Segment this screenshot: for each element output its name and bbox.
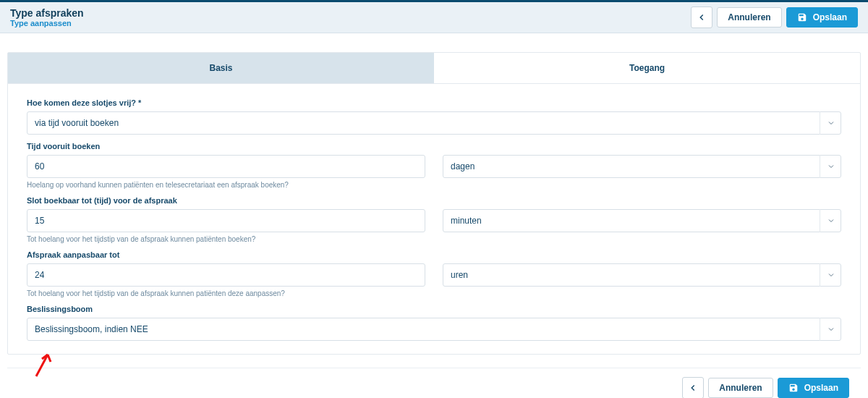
chevron-down-icon xyxy=(820,155,841,178)
cancel-button[interactable]: Annuleren xyxy=(717,7,781,27)
label-advance-booking: Tijd vooruit boeken xyxy=(27,142,841,151)
page-subtitle: Type aanpassen xyxy=(10,19,84,27)
select-decision-tree-value: Beslissingsboom, indien NEE xyxy=(35,324,148,334)
tab-basis[interactable]: Basis xyxy=(8,53,434,83)
cancel-button-label: Annuleren xyxy=(728,12,770,22)
select-book-until-unit-value: minuten xyxy=(451,216,482,226)
save-button[interactable]: Opslaan xyxy=(786,7,858,27)
select-slots-free-value: via tijd vooruit boeken xyxy=(35,118,119,128)
back-button[interactable] xyxy=(691,7,712,28)
chevron-down-icon xyxy=(820,209,841,232)
save-button-label: Opslaan xyxy=(813,12,847,22)
chevron-down-icon xyxy=(820,263,841,287)
select-advance-booking-unit-value: dagen xyxy=(451,161,475,172)
footer-back-button[interactable] xyxy=(682,377,704,398)
select-slots-free[interactable]: via tijd vooruit boeken xyxy=(27,111,841,135)
page-header: Type afspraken Type aanpassen Annuleren … xyxy=(0,0,868,33)
page-title: Type afspraken xyxy=(10,7,84,19)
footer-actions: Annuleren Opslaan xyxy=(7,368,861,398)
input-editable-until[interactable] xyxy=(27,263,425,287)
save-icon xyxy=(788,383,799,393)
input-book-until[interactable] xyxy=(27,209,425,232)
tab-toegang[interactable]: Toegang xyxy=(434,53,860,83)
hint-editable-until: Tot hoelang voor het tijdstip van de afs… xyxy=(27,289,425,297)
field-editable-until: Afspraak aanpasbaar tot Tot hoelang voor… xyxy=(27,250,841,297)
label-editable-until: Afspraak aanpasbaar tot xyxy=(27,250,841,259)
field-decision-tree: Beslissingsboom Beslissingsboom, indien … xyxy=(27,305,841,341)
save-icon xyxy=(797,12,807,22)
label-decision-tree: Beslissingsboom xyxy=(27,305,841,313)
select-editable-until-unit-value: uren xyxy=(451,270,468,280)
hint-book-until: Tot hoelang voor het tijdstip van de afs… xyxy=(27,235,425,243)
footer-save-label: Opslaan xyxy=(804,383,838,393)
label-book-until: Slot boekbaar tot (tijd) voor de afspraa… xyxy=(27,196,841,205)
tabs: Basis Toegang xyxy=(8,53,860,84)
field-advance-booking: Tijd vooruit boeken Hoelang op voorhand … xyxy=(27,142,841,189)
select-book-until-unit[interactable]: minuten xyxy=(443,209,841,232)
input-advance-booking[interactable] xyxy=(27,155,425,178)
form-body: Hoe komen deze slotjes vrij? * via tijd … xyxy=(8,84,860,341)
select-editable-until-unit[interactable]: uren xyxy=(443,263,841,287)
label-slots-free: Hoe komen deze slotjes vrij? * xyxy=(27,98,841,107)
hint-advance-booking: Hoelang op voorhand kunnen patiënten en … xyxy=(27,181,425,189)
header-titles: Type afspraken Type aanpassen xyxy=(10,7,84,27)
select-advance-booking-unit[interactable]: dagen xyxy=(443,155,841,178)
footer-cancel-button[interactable]: Annuleren xyxy=(708,378,773,398)
footer-cancel-label: Annuleren xyxy=(719,383,762,393)
arrow-left-icon xyxy=(688,383,698,393)
header-actions: Annuleren Opslaan xyxy=(691,7,858,28)
footer-save-button[interactable]: Opslaan xyxy=(778,378,849,398)
arrow-left-icon xyxy=(697,12,707,22)
select-decision-tree[interactable]: Beslissingsboom, indien NEE xyxy=(27,318,841,341)
form-panel: Basis Toegang Hoe komen deze slotjes vri… xyxy=(7,52,861,355)
chevron-down-icon xyxy=(820,318,841,341)
chevron-down-icon xyxy=(820,111,841,135)
field-book-until: Slot boekbaar tot (tijd) voor de afspraa… xyxy=(27,196,841,243)
field-slots-free: Hoe komen deze slotjes vrij? * via tijd … xyxy=(27,98,841,135)
